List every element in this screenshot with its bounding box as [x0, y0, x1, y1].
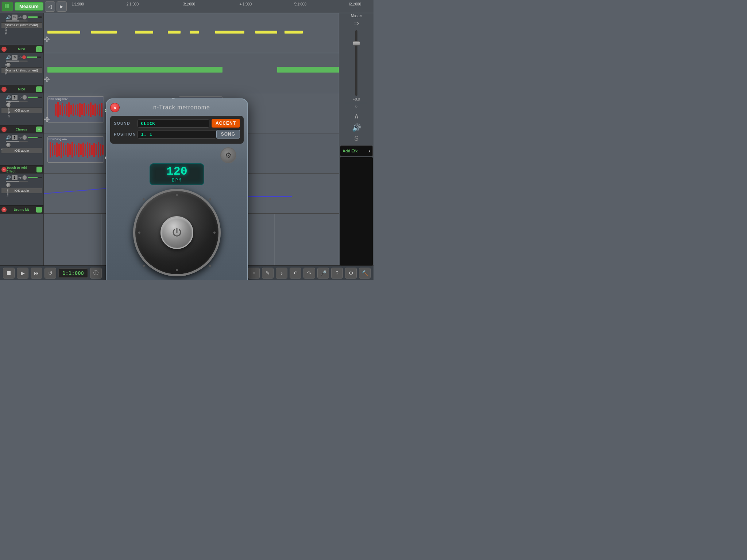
metro-dial-area: ⚙ 120 BPM — [110, 147, 244, 280]
metro-dial[interactable] — [133, 189, 221, 276]
track-2-x-btn[interactable]: × — [1, 87, 7, 92]
loop-button[interactable]: ↺ — [44, 268, 56, 279]
track-4-pan-knob[interactable] — [22, 15, 27, 20]
midi-clip-1e[interactable] — [190, 31, 199, 34]
track-4b-pan-knob[interactable] — [22, 135, 27, 140]
tl-mark-6: 6:1:000 — [349, 2, 361, 6]
track-4b-midi-bar: × Touch to Add Effect — [0, 166, 43, 174]
help-button[interactable]: ? — [331, 268, 343, 279]
track-3-plus-btn[interactable]: + — [36, 127, 42, 132]
master-route-icon[interactable]: ⇒ — [354, 19, 359, 27]
svg-rect-14 — [77, 104, 78, 116]
track-5-solo-btn[interactable]: S — [12, 175, 18, 180]
metro-position-label: POSITION — [114, 132, 138, 136]
wave-block-4a[interactable]: NewSong.wav — [47, 136, 104, 163]
grid-icon-button[interactable] — [1, 1, 13, 12]
track-2-plus-btn[interactable]: + — [36, 86, 42, 92]
track-4b-x-btn[interactable]: × — [1, 167, 7, 172]
track-5-volume-icon[interactable]: 🔊 — [6, 175, 11, 180]
arrow-left-button[interactable]: ◁ — [45, 1, 55, 12]
midi-clip-1d[interactable] — [168, 31, 181, 34]
track-5-send-icon[interactable]: ⇒ — [18, 175, 22, 180]
track-2-crosshair: ✤ — [44, 75, 50, 84]
add-efx-arrow-icon: › — [368, 148, 370, 154]
play-top-button[interactable]: ▶ — [57, 1, 67, 12]
master-fader-handle[interactable] — [353, 41, 360, 46]
svg-rect-57 — [82, 143, 84, 157]
master-lambda-icon[interactable]: ∧ — [354, 112, 359, 120]
midi-clip-1c[interactable] — [135, 31, 153, 34]
track-5-header: Instrument 🔊 S ⇒ iOS audio — [0, 174, 43, 206]
info-button[interactable]: ⓘ — [90, 268, 102, 279]
stop-button[interactable] — [3, 268, 15, 279]
track-4-controls: 🔊 S ⇒ — [6, 15, 42, 20]
metro-gear-button[interactable]: ⚙ — [220, 147, 236, 163]
track-4-vol-slider[interactable] — [6, 20, 28, 22]
midi-clip-1f[interactable] — [215, 31, 244, 34]
midi-clip-1a[interactable] — [47, 31, 80, 34]
track-4b-solo-btn[interactable]: S — [12, 135, 18, 140]
track-5-vol-slider[interactable] — [6, 181, 28, 182]
track-3-volume-icon[interactable]: 🔊 — [6, 95, 11, 100]
track-2-solo-btn[interactable]: S — [12, 55, 18, 60]
track-4b-vol-slider[interactable] — [6, 141, 28, 142]
metro-power-button[interactable] — [160, 216, 193, 249]
undo-button[interactable]: ↶ — [290, 268, 301, 279]
midi-clip-1g[interactable] — [255, 31, 277, 34]
track-5-x-btn[interactable]: × — [1, 207, 7, 212]
track-4-volume-icon[interactable]: 🔊 — [6, 15, 11, 20]
svg-rect-42 — [50, 142, 51, 158]
dial-dot-left — [138, 232, 140, 234]
track-2-green-block2[interactable] — [277, 67, 339, 73]
track-4b-pan-knob2[interactable] — [6, 143, 11, 148]
metro-position-value[interactable]: 1. 1 — [138, 130, 216, 139]
svg-rect-3 — [7, 6, 9, 8]
track-3-pan-knob[interactable] — [22, 95, 27, 100]
svg-rect-51 — [69, 144, 71, 155]
play-button[interactable]: ▶ — [17, 268, 28, 279]
midi-clip-1h[interactable] — [285, 31, 303, 34]
mic-button[interactable]: 🎤 — [317, 268, 329, 279]
wave-block-3a[interactable]: New song.wav — [47, 96, 104, 122]
track-4b-plus-btn[interactable] — [36, 167, 42, 172]
master-s-icon[interactable]: S — [354, 135, 359, 143]
track-4-solo-btn[interactable]: S — [12, 15, 18, 20]
metro-song-button[interactable]: SONG — [216, 130, 240, 139]
track-3-solo-btn[interactable]: S — [12, 95, 18, 100]
track-4b-volume-icon[interactable]: 🔊 — [6, 135, 11, 140]
hammer-button[interactable]: 🔨 — [359, 268, 371, 279]
track-2-vol-slider[interactable] — [6, 61, 28, 62]
track-3-controls: 🔊 S ⇒ — [6, 95, 42, 100]
svg-rect-64 — [98, 142, 99, 158]
track-2-send-icon[interactable]: ⇒ — [18, 55, 22, 60]
svg-rect-53 — [74, 144, 75, 156]
note-button[interactable]: ♪ — [276, 268, 287, 279]
track-3-send-icon[interactable]: ⇒ — [18, 95, 22, 100]
metro-sound-value[interactable]: CLICK — [138, 119, 209, 128]
track-5-plus-btn[interactable] — [36, 207, 42, 213]
list-button[interactable]: ≡ — [248, 268, 260, 279]
metro-position-row: POSITION 1. 1 SONG — [114, 130, 240, 139]
track-2-volume-icon[interactable]: 🔊 — [6, 55, 11, 60]
rewind-button[interactable]: ⏮ — [31, 268, 42, 279]
svg-rect-13 — [75, 105, 76, 115]
measure-button[interactable]: Measure — [15, 2, 43, 11]
track-4-plus-btn[interactable]: + — [36, 46, 42, 52]
track-3-x-btn[interactable]: × — [1, 127, 7, 132]
track-4-x-btn[interactable]: × — [1, 47, 7, 52]
midi-clip-1b[interactable] — [91, 31, 117, 34]
svg-rect-17 — [84, 103, 85, 116]
track-5-pan-knob[interactable] — [22, 175, 27, 180]
track-2-rec-dot[interactable] — [22, 55, 26, 59]
metro-close-button[interactable]: × — [110, 103, 120, 112]
track-2-green-block[interactable] — [47, 67, 222, 73]
settings-button[interactable]: ⚙ — [345, 268, 357, 279]
track-4b-send-icon[interactable]: ⇒ — [18, 135, 22, 140]
track-4b-level-bar — [28, 137, 42, 138]
redo-button[interactable]: ↷ — [303, 268, 315, 279]
pencil-button[interactable]: ✎ — [262, 268, 274, 279]
add-efx-button[interactable]: Add Efx › — [340, 145, 373, 156]
track-4-send-icon[interactable]: ⇒ — [18, 15, 22, 20]
master-speaker-icon[interactable]: 🔊 — [352, 123, 361, 132]
metro-accent-button[interactable]: ACCENT — [212, 119, 240, 128]
